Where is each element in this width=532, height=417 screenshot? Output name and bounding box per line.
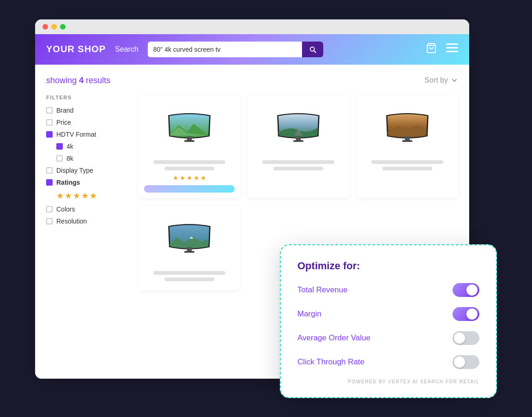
optimize-row-aov: Average Order Value (297, 331, 479, 345)
search-button[interactable] (302, 42, 323, 57)
product-star-1-5: ★ (200, 174, 206, 181)
svg-rect-6 (402, 140, 412, 142)
product-image-3[interactable] (362, 100, 453, 156)
search-input[interactable] (148, 42, 302, 57)
product-card-2 (248, 95, 349, 198)
hamburger-icon (446, 43, 458, 53)
search-bar (148, 42, 323, 57)
results-bar: showing 4 results Sort by (46, 76, 458, 85)
filter-brand-label: Brand (56, 107, 73, 114)
toggle-track-ctr (453, 355, 479, 369)
filters-title: FILTERS (46, 95, 127, 100)
product-price-bar-4 (164, 278, 214, 281)
sort-by-dropdown[interactable]: Sort by (424, 76, 458, 85)
ratings-stars: ★ ★ ★ ★ ★ (46, 191, 127, 201)
product-stars-1: ★ ★ ★ ★ ★ (173, 174, 206, 181)
filter-resolution-label: Resolution (56, 218, 87, 225)
chevron-down-icon (451, 77, 458, 84)
filter-display-type[interactable]: Display Type (46, 167, 127, 174)
maximize-dot[interactable] (60, 24, 66, 30)
tv-image-1 (164, 107, 215, 149)
optimize-row-ctr: Click Through Rate (297, 355, 479, 369)
filter-8k-checkbox[interactable] (56, 155, 63, 162)
powered-by-text: POWERED BY VERTEX AI SEARCH FOR RETAIL (297, 379, 479, 384)
star-1: ★ (56, 191, 64, 201)
svg-rect-7 (184, 251, 194, 253)
filter-colors[interactable]: Colors (46, 205, 127, 213)
toggle-aov[interactable] (453, 331, 479, 345)
filter-display-type-checkbox[interactable] (46, 167, 53, 174)
product-price-bar-2 (273, 167, 323, 170)
star-2: ★ (65, 191, 72, 201)
minimize-dot[interactable] (51, 24, 57, 30)
tv-image-3 (382, 107, 433, 149)
filter-4k-checkbox[interactable] (56, 143, 63, 150)
filter-ratings-checkbox[interactable] (46, 179, 53, 186)
product-image-2[interactable] (253, 100, 344, 156)
product-star-1-1: ★ (173, 174, 179, 181)
toggle-margin[interactable] (453, 307, 479, 321)
menu-icon[interactable] (446, 43, 458, 55)
product-name-bar-4 (153, 271, 226, 275)
filter-price[interactable]: Price (46, 119, 127, 126)
cart-icon[interactable] (426, 42, 437, 56)
filter-price-label: Price (56, 119, 71, 126)
product-image-4[interactable] (144, 211, 235, 266)
filter-hdtv-checkbox[interactable] (46, 131, 53, 138)
filter-resolution[interactable]: Resolution (46, 218, 127, 225)
results-count: 4 (79, 76, 84, 85)
toggle-track-total-revenue (453, 283, 479, 297)
product-card-4 (139, 205, 240, 290)
filters-sidebar: FILTERS Brand Price HDTV Format (46, 95, 139, 290)
sort-by-label: Sort by (424, 76, 448, 85)
svg-rect-1 (446, 43, 458, 45)
toggle-total-revenue[interactable] (453, 283, 479, 297)
filter-ratings-label: Ratings (56, 179, 80, 186)
toggle-ctr[interactable] (453, 355, 479, 369)
svg-rect-4 (184, 140, 194, 142)
header-icons (426, 42, 458, 56)
results-prefix: showing (46, 76, 79, 85)
optimize-label-margin: Margin (297, 309, 321, 319)
svg-rect-5 (293, 140, 303, 142)
outer-wrapper: YOUR SHOP Search (35, 19, 497, 398)
filter-4k[interactable]: 4k (46, 143, 127, 150)
filter-hdtv[interactable]: HDTV Format (46, 131, 127, 138)
svg-rect-3 (446, 51, 458, 52)
optimize-panel: Optimize for: Total Revenue Margin Avera… (280, 244, 497, 398)
shop-logo: YOUR SHOP (46, 44, 106, 54)
tv-image-4 (164, 218, 215, 260)
filter-colors-checkbox[interactable] (46, 206, 53, 212)
toggle-thumb-ctr (454, 357, 465, 368)
filter-8k-label: 8k (66, 155, 73, 162)
product-star-1-2: ★ (180, 174, 186, 181)
optimize-label-total-revenue: Total Revenue (297, 285, 348, 295)
product-star-1-4: ★ (193, 174, 200, 181)
filter-resolution-checkbox[interactable] (46, 218, 53, 224)
filter-ratings[interactable]: Ratings (46, 179, 127, 186)
product-image-1[interactable] (144, 100, 235, 156)
toggle-thumb-total-revenue (466, 284, 478, 296)
toggle-track-margin (453, 307, 479, 321)
product-name-bar-3 (371, 160, 444, 164)
star-4: ★ (81, 191, 89, 201)
product-name-bar-2 (262, 160, 335, 164)
results-text: showing 4 results (46, 76, 110, 85)
toggle-thumb-margin (466, 308, 478, 320)
filter-brand[interactable]: Brand (46, 107, 127, 114)
filter-brand-checkbox[interactable] (46, 107, 53, 114)
filter-8k[interactable]: 8k (46, 155, 127, 162)
filter-4k-label: 4k (66, 143, 73, 150)
product-price-bar-3 (382, 167, 432, 170)
search-label: Search (115, 45, 139, 54)
results-suffix: results (84, 76, 110, 85)
close-dot[interactable] (42, 24, 48, 30)
optimize-label-ctr: Click Through Rate (297, 357, 364, 367)
star-3: ★ (73, 191, 80, 201)
svg-rect-2 (446, 47, 458, 48)
optimize-label-aov: Average Order Value (297, 333, 370, 343)
product-btn-1[interactable] (144, 185, 235, 193)
filter-price-checkbox[interactable] (46, 119, 53, 126)
optimize-row-total-revenue: Total Revenue (297, 283, 479, 297)
optimize-row-margin: Margin (297, 307, 479, 321)
